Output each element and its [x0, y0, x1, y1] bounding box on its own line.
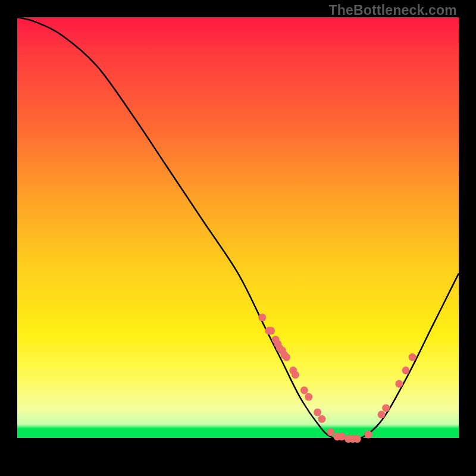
sample-dot [267, 327, 275, 334]
sample-dot [283, 353, 290, 361]
sample-dot [305, 393, 312, 401]
sample-dot [318, 415, 326, 423]
chart-frame: TheBottleneck.com [0, 0, 476, 476]
sample-dot [353, 435, 361, 443]
sample-dot [338, 433, 346, 440]
sample-dot [382, 404, 390, 412]
sample-dot [395, 380, 403, 387]
bottleneck-curve [17, 17, 459, 441]
sample-dots-group [258, 314, 416, 443]
sample-dot [327, 428, 334, 436]
sample-dot [292, 371, 299, 379]
sample-dot [378, 411, 386, 418]
sample-dot [314, 409, 321, 416]
chart-svg [0, 0, 476, 476]
sample-dot [258, 314, 266, 321]
sample-dot [402, 367, 410, 374]
sample-dot [300, 387, 308, 394]
sample-dot [409, 353, 416, 361]
sample-dot [364, 431, 372, 439]
